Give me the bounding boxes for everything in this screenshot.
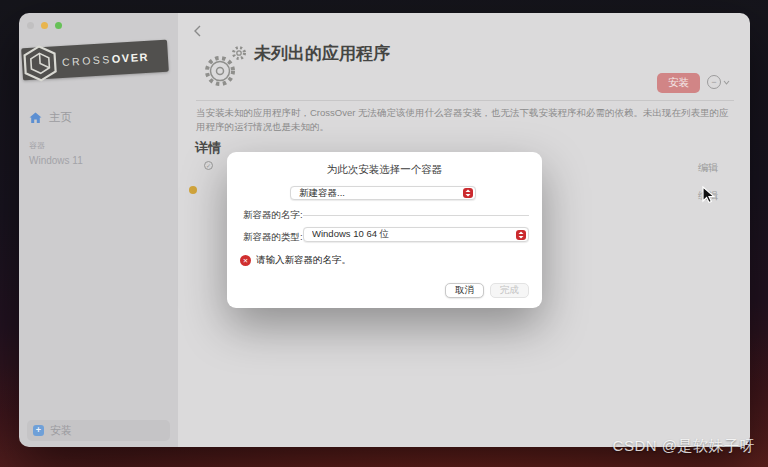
plus-icon: +	[33, 425, 44, 436]
sidebar-item-install-label: 安装	[50, 423, 72, 438]
details-heading: 详情	[195, 139, 221, 157]
sidebar-item-home-label: 主页	[49, 110, 72, 125]
watermark: CSDN @是软妹子呀	[613, 437, 755, 456]
edit-link[interactable]: 编辑	[698, 161, 718, 175]
dialog-buttons: 取消 完成	[445, 283, 529, 298]
dialog-title: 为此次安装选择一个容器	[227, 163, 542, 177]
install-button[interactable]: 安装	[657, 73, 700, 93]
new-container-name-input[interactable]	[303, 202, 529, 216]
sidebar-item-install[interactable]: + 安装	[27, 420, 170, 441]
new-container-name-label: 新容器的名字:	[243, 209, 303, 222]
close-button[interactable]	[27, 22, 34, 29]
back-button[interactable]	[192, 24, 204, 38]
page-description: 当安装未知的应用程序时，CrossOver 无法确定该使用什么容器安装，也无法下…	[196, 106, 736, 134]
gears-icon	[198, 43, 250, 93]
type-select-value: Windows 10 64 位	[312, 228, 516, 241]
logo-text-over: OVER	[111, 51, 149, 65]
check-circle-icon: ✓	[204, 161, 213, 170]
traffic-lights	[27, 22, 62, 29]
minus-circle-icon: −	[707, 75, 721, 89]
choose-container-dialog: 为此次安装选择一个容器 新建容器... 新容器的名字: 新容器的类型: Wind…	[227, 152, 542, 308]
warning-dot-icon	[189, 186, 197, 194]
sidebar: CROSSOVER 主页 容器 Windows 11 + 安装	[19, 13, 178, 447]
done-button[interactable]: 完成	[490, 283, 529, 298]
crossover-hexagon-icon	[19, 41, 62, 85]
new-container-type-select[interactable]: Windows 10 64 位	[303, 227, 529, 242]
sidebar-item-home[interactable]: 主页	[29, 110, 72, 125]
sidebar-section-containers: 容器	[29, 140, 45, 151]
maximize-button[interactable]	[55, 22, 62, 29]
home-icon	[29, 112, 42, 124]
mouse-cursor	[702, 186, 718, 204]
minimize-button[interactable]	[41, 22, 48, 29]
page-title: 未列出的应用程序	[254, 42, 390, 65]
chevron-down-icon	[723, 80, 730, 85]
container-select-value: 新建容器...	[299, 187, 463, 200]
sidebar-item-windows11[interactable]: Windows 11	[29, 155, 83, 166]
new-container-type-label: 新容器的类型:	[243, 231, 303, 244]
crossover-logo: CROSSOVER	[21, 40, 169, 81]
cancel-button[interactable]: 取消	[445, 283, 484, 298]
select-stepper-icon	[516, 230, 526, 240]
validation-error: ✕ 请输入新容器的名字。	[240, 254, 351, 267]
select-stepper-icon	[463, 188, 473, 198]
error-x-icon: ✕	[240, 255, 251, 266]
container-select[interactable]: 新建容器...	[290, 186, 476, 200]
error-message: 请输入新容器的名字。	[256, 254, 351, 267]
header-divider	[196, 100, 734, 101]
logo-text-cross: CROSS	[62, 53, 112, 68]
options-dropdown-button[interactable]: −	[707, 75, 730, 89]
